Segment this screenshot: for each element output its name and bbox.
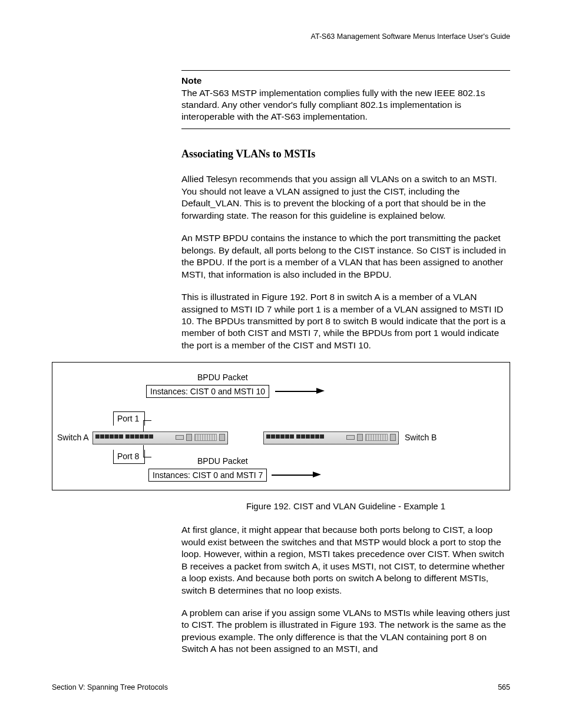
port1-label-box [113, 411, 145, 426]
page: AT-S63 Management Software Menus Interfa… [0, 0, 562, 728]
page-footer: Section V: Spanning Tree Protocols 565 [52, 683, 510, 691]
figure-caption: Figure 192. CIST and VLAN Guideline - Ex… [181, 501, 510, 511]
subheading-associating-vlans: Associating VLANs to MSTIs [181, 148, 510, 160]
switch-b-label: Switch B [405, 433, 437, 442]
arrow-head-top-icon [316, 388, 325, 394]
paragraph: Allied Telesyn recommends that you assig… [181, 173, 510, 222]
content-column: Note The AT-S63 MSTP implementation comp… [181, 70, 510, 351]
bpdu-instances-box-top: Instances: CIST 0 and MSTI 10 [146, 385, 269, 398]
note-label: Note [181, 75, 510, 86]
page-number: 565 [498, 683, 510, 691]
arrow-head-bottom-icon [313, 472, 321, 477]
content-column: At first glance, it might appear that be… [181, 524, 510, 655]
arrow-line-top [275, 391, 316, 392]
running-header: AT-S63 Management Software Menus Interfa… [52, 32, 510, 41]
note-box: Note The AT-S63 MSTP implementation comp… [181, 70, 510, 129]
footer-section: Section V: Spanning Tree Protocols [52, 683, 168, 691]
switch-a-icon [92, 431, 228, 444]
note-text: The AT-S63 MSTP implementation complies … [181, 87, 510, 123]
bpdu-packet-label-bottom: BPDU Packet [197, 457, 248, 466]
bpdu-packet-label-top: BPDU Packet [197, 373, 248, 382]
switch-b-icon [263, 431, 399, 444]
arrow-line-bottom [272, 475, 313, 476]
paragraph: This is illustrated in Figure 192. Port … [181, 291, 510, 351]
paragraph: At first glance, it might appear that be… [181, 524, 510, 597]
switch-a-label: Switch A [57, 433, 89, 442]
paragraph: A problem can arise if you assign some V… [181, 607, 510, 655]
bpdu-instances-box-bottom: Instances: CIST 0 and MSTI 7 [148, 469, 267, 482]
port8-label-box [113, 450, 145, 464]
paragraph: An MSTP BPDU contains the instance to wh… [181, 232, 510, 281]
figure-192: BPDU Packet Instances: CIST 0 and MSTI 1… [52, 362, 510, 490]
